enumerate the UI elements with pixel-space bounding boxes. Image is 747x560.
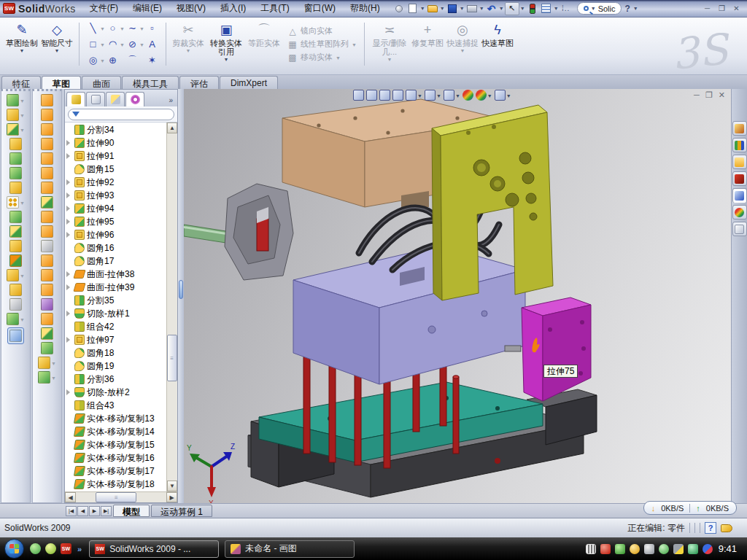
dropdown-arrow-icon[interactable]: ▼ [51, 376, 56, 381]
expand-arrow-icon[interactable] [66, 282, 72, 292]
open-icon[interactable] [426, 2, 439, 15]
file-explorer-tab[interactable] [732, 155, 747, 169]
command-button[interactable]: ϟ 快速草图 ▼ [480, 20, 515, 69]
dropdown-arrow-icon[interactable]: ▼ [100, 58, 105, 63]
restore-button[interactable]: ❐ [716, 3, 728, 14]
feature-tree-item[interactable]: 分割34 [65, 123, 166, 136]
tray-icon[interactable] [586, 544, 596, 554]
new-document-icon[interactable] [406, 2, 419, 15]
manager-tab[interactable] [86, 92, 105, 106]
quick-launch-icon[interactable] [30, 543, 41, 554]
feature-tree-item[interactable]: 拉伸95 [65, 215, 166, 228]
gray-clamp-block[interactable] [225, 184, 293, 280]
dropdown-arrow-icon[interactable]: ▼ [499, 6, 504, 11]
menu-item[interactable]: 文件(F) [83, 0, 125, 17]
tree-filter-input[interactable] [68, 109, 174, 120]
dropdown-arrow-icon[interactable]: ▼ [20, 273, 25, 279]
dropdown-arrow-icon[interactable]: ▼ [55, 48, 60, 53]
dropdown-arrow-icon[interactable]: ▼ [186, 48, 191, 53]
tab-nav-button[interactable]: |◀ [66, 506, 77, 516]
taskbar-task-button[interactable]: SW SolidWorks 2009 - ... [89, 540, 219, 558]
sketch-entity-icon[interactable]: ◎ [87, 54, 99, 66]
dropdown-arrow-icon[interactable]: ▼ [20, 317, 25, 322]
search-box[interactable]: ▼ Solic [577, 2, 622, 15]
menu-item[interactable]: 插入(I) [214, 0, 252, 17]
expand-arrow-icon[interactable] [66, 151, 72, 161]
tree-vertical-scrollbar[interactable]: ▲ ≡ ▼ [166, 122, 177, 491]
feature-tree-item[interactable]: 拉伸94 [65, 202, 166, 215]
feature-tree-item[interactable]: 切除-放样1 [65, 307, 166, 320]
dropdown-arrow-icon[interactable]: ▼ [20, 128, 25, 133]
command-row[interactable]: △ 镜向实体 ▼ [287, 26, 357, 36]
feature-tree-item[interactable]: 组合42 [65, 320, 166, 333]
tab-nav-button[interactable]: ▶ [89, 506, 100, 516]
save-icon[interactable] [446, 2, 459, 15]
command-button[interactable]: ◎ 快速捕捉 ▼ [445, 20, 480, 69]
expand-arrow-icon[interactable] [66, 203, 72, 214]
feature-tree-item[interactable]: 拉伸91 [65, 149, 166, 163]
feature-tree-item[interactable]: 实体-移动/复制16 [65, 451, 166, 464]
select-icon[interactable]: ↖ [505, 2, 519, 15]
feature-tree-item[interactable]: 拉伸90 [65, 136, 166, 149]
search-dropdown-icon[interactable]: ▼ [591, 6, 596, 11]
panel-splitter[interactable] [178, 89, 184, 503]
help-dropdown-icon[interactable]: ▼ [633, 6, 638, 11]
graphics-viewport[interactable]: Y Z X ▼ ▼ ▼ [184, 89, 731, 503]
sketch-entity-icon[interactable]: □ [87, 38, 99, 50]
feature-tree-item[interactable]: 拉伸97 [65, 333, 166, 346]
more-tools-icon[interactable]: ⁞.. [560, 2, 573, 15]
feature-tree-item[interactable]: 切除-放样2 [65, 386, 166, 399]
menu-item[interactable]: 编辑(E) [126, 0, 169, 17]
solidworks-resources-tab[interactable] [732, 121, 747, 136]
command-row[interactable]: ▦ 线性草图阵列 ▼ [287, 39, 357, 50]
design-library-tab[interactable] [732, 138, 747, 152]
view-palette-tab[interactable] [732, 188, 747, 203]
tray-icon[interactable] [615, 544, 625, 554]
panel-overflow-chevron[interactable]: » [166, 96, 176, 106]
feature-tree-item[interactable]: 实体-移动/复制15 [65, 438, 166, 451]
tray-icon[interactable] [703, 544, 713, 554]
quick-launch-icon[interactable] [45, 543, 56, 554]
feature-tree-item[interactable]: 实体-移动/复制14 [65, 425, 166, 438]
dropdown-arrow-icon[interactable]: ▼ [520, 6, 525, 11]
quick-launch-overflow-chevron[interactable]: » [77, 545, 82, 553]
magenta-block[interactable] [522, 298, 591, 401]
splitter-handle[interactable] [179, 280, 183, 299]
dropdown-arrow-icon[interactable]: ▼ [20, 48, 25, 53]
ribbon-tab[interactable]: 评估 [179, 76, 219, 89]
tray-icon[interactable] [673, 544, 684, 554]
manager-tab[interactable] [66, 92, 85, 106]
document-tab[interactable]: 运动算例 1 [151, 505, 212, 517]
feature-tree-item[interactable]: 曲面-拉伸38 [65, 268, 166, 281]
command-button[interactable]: ✎ 草图绘制 ▼ [4, 20, 39, 69]
dropdown-arrow-icon[interactable]: ▼ [506, 93, 511, 98]
sketch-entity-icon[interactable]: ⊕ [107, 54, 119, 66]
toolbox-tab[interactable] [732, 171, 747, 186]
tray-icon[interactable] [600, 544, 611, 554]
sketch-entity-icon[interactable]: ✶ [146, 54, 158, 66]
dropdown-arrow-icon[interactable]: ▼ [417, 93, 422, 98]
start-button[interactable] [4, 539, 24, 559]
dropdown-arrow-icon[interactable]: ▼ [20, 98, 25, 104]
feature-tree-item[interactable]: 圆角17 [65, 254, 166, 268]
taskbar-task-button[interactable]: 未命名 - 画图 [225, 540, 355, 558]
dropdown-arrow-icon[interactable]: ▼ [479, 6, 484, 11]
manager-tab[interactable] [125, 92, 144, 106]
command-button[interactable]: + 修复草图 ▼ [410, 20, 445, 69]
sketch-entity-icon[interactable]: ○ [107, 22, 119, 34]
doc-minimize-button[interactable]: ─ [694, 90, 700, 100]
feature-tree-item[interactable]: 拉伸92 [65, 176, 166, 189]
options-icon[interactable] [540, 2, 553, 15]
feature-tree-item[interactable]: 组合43 [65, 399, 166, 412]
doc-close-button[interactable]: ✕ [719, 90, 725, 100]
dropdown-arrow-icon[interactable]: ▼ [352, 42, 357, 47]
tab-nav-button[interactable]: ▶| [101, 506, 112, 516]
dropdown-arrow-icon[interactable]: ▼ [20, 201, 25, 206]
command-row[interactable]: ▩ 移动实体 ▼ [287, 52, 357, 63]
expand-arrow-icon[interactable] [66, 177, 72, 187]
feature-tree-item[interactable]: 实体-移动/复制18 [65, 478, 166, 491]
dropdown-arrow-icon[interactable]: ▼ [420, 6, 425, 11]
tag-icon[interactable] [721, 524, 732, 532]
dropdown-arrow-icon[interactable]: ▼ [487, 93, 492, 98]
dropdown-arrow-icon[interactable]: ▼ [120, 26, 125, 31]
